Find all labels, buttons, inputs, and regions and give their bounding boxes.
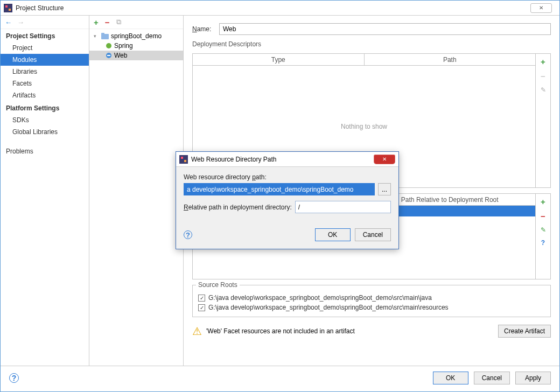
- nav-header-platform-settings: Platform Settings: [1, 101, 89, 114]
- col-path[interactable]: Path: [365, 54, 536, 65]
- module-toolbar: + − ⧉: [89, 16, 183, 29]
- name-label: Name:: [192, 25, 214, 33]
- source-roots-panel: Source Roots ✓ G:\java develop\workspace…: [192, 285, 551, 317]
- nav-item-artifacts[interactable]: Artifacts: [1, 89, 89, 101]
- deploy-remove-icon[interactable]: −: [541, 72, 545, 81]
- webres-edit-icon[interactable]: ✎: [541, 226, 546, 234]
- name-input[interactable]: [219, 23, 551, 35]
- tree-item-label: Web: [114, 52, 127, 59]
- deploy-add-icon[interactable]: +: [541, 57, 545, 66]
- svg-rect-0: [4, 4, 12, 12]
- checkbox-icon[interactable]: ✓: [198, 304, 205, 311]
- webres-remove-icon[interactable]: −: [541, 212, 545, 221]
- svg-rect-9: [181, 157, 183, 159]
- web-icon: [106, 52, 112, 59]
- modal-close-button[interactable]: ✕: [374, 155, 395, 164]
- modal-path-input[interactable]: [184, 183, 375, 195]
- help-icon[interactable]: ?: [9, 373, 19, 383]
- svg-rect-4: [101, 33, 104, 34]
- deploy-edit-icon[interactable]: ✎: [541, 86, 546, 94]
- tree-item-spring[interactable]: Spring: [89, 41, 183, 51]
- modal-path-label: Web resource directory path:: [184, 173, 391, 181]
- nav-item-project[interactable]: Project: [1, 42, 89, 54]
- module-folder-icon: [101, 33, 109, 39]
- left-navigation: ← → Project Settings Project Modules Lib…: [1, 16, 89, 366]
- chevron-down-icon: ▾: [94, 33, 99, 39]
- module-tree-panel: + − ⧉ ▾ springBoot_demo Spring Web: [89, 16, 184, 366]
- remove-icon[interactable]: −: [105, 18, 110, 27]
- tree-item-web[interactable]: Web: [89, 51, 183, 60]
- warning-icon: ⚠: [192, 325, 202, 338]
- window-title: Project Structure: [16, 4, 64, 12]
- tree-root-label: springBoot_demo: [111, 32, 162, 40]
- modal-ok-button[interactable]: OK: [315, 228, 351, 241]
- modal-relpath-input[interactable]: [295, 201, 391, 213]
- spring-icon: [106, 43, 112, 49]
- svg-rect-3: [101, 34, 109, 39]
- svg-point-5: [106, 43, 111, 48]
- add-icon[interactable]: +: [94, 18, 99, 27]
- col-type[interactable]: Type: [193, 54, 365, 65]
- modal-titlebar: Web Resource Directory Path ✕: [176, 152, 398, 167]
- webres-help-icon[interactable]: ?: [541, 239, 545, 247]
- ok-button[interactable]: OK: [433, 372, 468, 384]
- svg-rect-10: [184, 160, 186, 162]
- webres-add-icon[interactable]: +: [541, 197, 545, 206]
- source-root-row[interactable]: ✓ G:\java develop\workspace_springboot_d…: [198, 303, 545, 312]
- nav-item-facets[interactable]: Facets: [1, 78, 89, 89]
- source-roots-label: Source Roots: [196, 281, 240, 289]
- apply-button[interactable]: Apply: [515, 372, 551, 384]
- svg-rect-1: [5, 5, 8, 8]
- app-logo-icon: [179, 155, 188, 164]
- checkbox-icon[interactable]: ✓: [198, 295, 205, 302]
- create-artifact-button[interactable]: Create Artifact: [498, 325, 551, 338]
- warning-text: 'Web' Facet resources are not included i…: [206, 327, 355, 335]
- source-root-path: G:\java develop\workspace_springboot_dem…: [208, 294, 432, 302]
- titlebar: Project Structure ✕: [1, 1, 559, 16]
- svg-rect-2: [9, 9, 11, 11]
- tree-root[interactable]: ▾ springBoot_demo: [89, 31, 183, 41]
- svg-rect-8: [179, 155, 188, 164]
- modal-title-text: Web Resource Directory Path: [191, 156, 277, 163]
- nav-item-modules[interactable]: Modules: [1, 54, 89, 66]
- cancel-button[interactable]: Cancel: [474, 372, 510, 384]
- browse-button[interactable]: ...: [378, 183, 391, 195]
- nav-item-problems[interactable]: Problems: [1, 145, 89, 157]
- forward-icon[interactable]: →: [17, 18, 24, 26]
- deployment-label: Deployment Descriptors: [192, 40, 551, 48]
- nav-item-sdks[interactable]: SDKs: [1, 114, 89, 126]
- warning-row: ⚠ 'Web' Facet resources are not included…: [192, 323, 551, 340]
- nav-item-global-libraries[interactable]: Global Libraries: [1, 126, 89, 138]
- modal-cancel-button[interactable]: Cancel: [355, 228, 391, 241]
- source-root-path: G:\java develop\workspace_springboot_dem…: [208, 304, 449, 311]
- copy-icon[interactable]: ⧉: [116, 18, 121, 26]
- source-root-row[interactable]: ✓ G:\java develop\workspace_springboot_d…: [198, 293, 545, 303]
- nav-item-libraries[interactable]: Libraries: [1, 66, 89, 78]
- left-toolbar: ← →: [1, 16, 89, 29]
- modal-relpath-label: Relative path in deployment directory:: [184, 204, 292, 211]
- window-close-button[interactable]: ✕: [530, 3, 552, 13]
- nav-header-project-settings: Project Settings: [1, 29, 89, 42]
- app-logo-icon: [4, 4, 12, 12]
- modal-help-icon[interactable]: ?: [184, 230, 192, 239]
- module-tree: ▾ springBoot_demo Spring Web: [89, 29, 183, 62]
- dialog-footer: ? OK Cancel Apply: [1, 366, 559, 389]
- tree-item-label: Spring: [114, 42, 133, 50]
- svg-rect-7: [107, 55, 110, 56]
- back-icon[interactable]: ←: [5, 18, 12, 26]
- modal-dialog: Web Resource Directory Path ✕ Web resour…: [176, 151, 399, 249]
